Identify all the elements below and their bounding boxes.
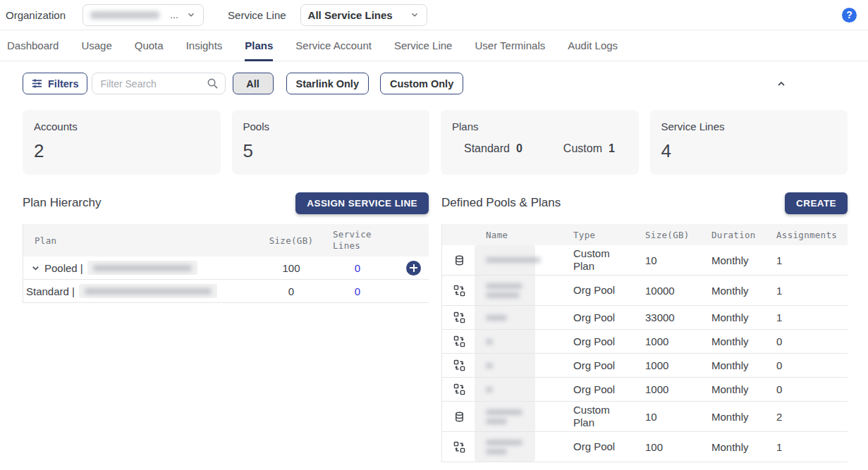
pool-assignments-value: 1 [768, 311, 848, 323]
pool-size-value: 100 [635, 441, 703, 453]
pool-type-value: Org Pool [565, 309, 635, 326]
defined-pools-table: Name Type Size(GB) Duration Assignments … [441, 224, 848, 462]
defined-pools-panel: Defined Pools & Plans CREATE Name Type S… [441, 192, 848, 462]
org-pool-icon [453, 383, 465, 395]
tab-user-terminals[interactable]: User Terminals [475, 30, 545, 61]
pool-plan-row[interactable]: Custom Plan 10 Monthly 2 [442, 402, 848, 432]
accounts-card: Accounts 2 [23, 110, 221, 175]
custom-plan-icon [453, 411, 465, 423]
column-header-plan: Plan [23, 235, 259, 246]
plans-standard-value: 0 [516, 142, 522, 155]
pool-type-value: Org Pool [565, 282, 635, 299]
pools-card-value: 5 [243, 140, 419, 162]
organization-select[interactable]: ... [82, 4, 204, 26]
search-icon [207, 78, 219, 89]
plans-custom-label: Custom [563, 142, 602, 155]
service-line-label: Service Line [228, 9, 286, 21]
defined-pools-table-header: Name Type Size(GB) Duration Assignments [442, 224, 848, 245]
pool-plan-row[interactable]: Custom Plan 10 Monthly 1 [442, 245, 848, 276]
pool-type-value: Org Pool [565, 381, 635, 398]
pool-plan-row[interactable]: Org Pool 1000 Monthly 0 [442, 378, 848, 402]
tab-insights[interactable]: Insights [186, 30, 223, 61]
plan-name-redacted [87, 261, 197, 275]
pool-type-value: Org Pool [565, 333, 635, 350]
service-lines-count-link[interactable]: 0 [355, 262, 360, 274]
tab-quota[interactable]: Quota [135, 30, 164, 61]
service-lines-card-value: 4 [661, 140, 837, 162]
org-pool-icon [453, 441, 465, 453]
organization-label: Organization [6, 9, 66, 21]
org-pool-icon [453, 359, 465, 371]
pool-size-value: 1000 [635, 359, 703, 371]
pool-size-value: 10 [635, 254, 703, 266]
column-header-assignments: Assignments [768, 230, 848, 240]
toggle-starlink-only-button[interactable]: Starlink Only [286, 73, 369, 94]
tab-dashboard[interactable]: Dashboard [7, 30, 59, 61]
org-pool-icon [453, 285, 465, 297]
plan-name-prefix: Pooled | [44, 262, 83, 274]
tab-plans[interactable]: Plans [245, 30, 273, 61]
service-lines-count-link[interactable]: 0 [355, 285, 360, 297]
tab-audit-logs[interactable]: Audit Logs [568, 30, 618, 61]
pool-size-value: 1000 [635, 335, 703, 347]
pool-name-redacted [476, 363, 565, 369]
plan-size-value: 100 [259, 262, 323, 274]
toggle-custom-only-button[interactable]: Custom Only [380, 73, 463, 94]
pool-name-redacted [476, 283, 565, 298]
add-plan-button[interactable] [406, 261, 421, 276]
plan-row-standard[interactable]: Standard | 0 0 [23, 280, 429, 303]
column-header-service-lines: Service Lines [323, 229, 375, 251]
pool-assignments-value: 0 [768, 335, 848, 347]
pool-duration-value: Monthly [703, 254, 768, 266]
pool-duration-value: Monthly [703, 359, 768, 371]
pool-plan-row[interactable]: Org Pool 10000 Monthly 1 [442, 276, 848, 306]
column-header-duration: Duration [703, 230, 768, 240]
collapse-section-button[interactable] [776, 78, 787, 89]
plan-name-prefix: Standard | [26, 285, 75, 297]
pool-duration-value: Monthly [703, 285, 768, 297]
pool-plan-row[interactable]: Org Pool 33000 Monthly 1 [442, 306, 848, 330]
column-header-size: Size(GB) [635, 230, 703, 240]
filters-button-label: Filters [48, 78, 79, 89]
filter-search-input[interactable] [101, 78, 207, 89]
pool-type-value: Org Pool [565, 357, 635, 374]
pool-assignments-value: 0 [768, 359, 848, 371]
accounts-card-value: 2 [34, 140, 209, 162]
filter-search-box [92, 73, 226, 94]
plan-row-pooled[interactable]: Pooled | 100 0 [23, 256, 429, 280]
chevron-up-icon [776, 78, 787, 89]
pool-duration-value: Monthly [703, 383, 768, 395]
plan-hierarchy-panel: Plan Hierarchy ASSIGN SERVICE LINE Plan … [23, 192, 429, 303]
expand-row-button[interactable] [26, 259, 44, 277]
tab-service-account[interactable]: Service Account [295, 30, 372, 61]
pool-size-value: 10 [635, 411, 703, 423]
pool-plan-row[interactable]: Org Pool 1000 Monthly 0 [442, 330, 848, 354]
pool-type-value: Custom Plan [565, 245, 635, 275]
create-button[interactable]: CREATE [785, 192, 848, 214]
column-header-name: Name [476, 230, 565, 240]
org-pool-icon [453, 335, 465, 347]
pool-name-redacted [476, 387, 565, 392]
org-pool-icon [453, 311, 465, 323]
pool-size-value: 10000 [635, 285, 703, 297]
filter-row: Filters All Starlink Only Custom Only [23, 73, 848, 94]
plan-hierarchy-table: Plan Size(GB) Service Lines Pooled | 100… [23, 224, 429, 303]
filters-button[interactable]: Filters [23, 73, 87, 94]
organization-ellipsis: ... [170, 9, 178, 20]
pool-assignments-value: 0 [768, 383, 848, 395]
pool-plan-row[interactable]: Org Pool 1000 Monthly 0 [442, 354, 848, 378]
pool-plan-row[interactable]: Org Pool 100 Monthly 1 [442, 432, 848, 462]
help-button[interactable]: ? [842, 8, 857, 23]
plans-standard-label: Standard [464, 142, 510, 155]
column-header-type: Type [565, 230, 635, 240]
assign-service-line-button[interactable]: ASSIGN SERVICE LINE [295, 192, 429, 214]
tab-usage[interactable]: Usage [81, 30, 111, 61]
pool-type-value: Custom Plan [565, 402, 635, 431]
pool-duration-value: Monthly [703, 411, 768, 423]
top-bar: Organization ... Service Line All Servic… [0, 0, 868, 30]
tab-service-line[interactable]: Service Line [394, 30, 453, 61]
tune-icon [31, 78, 43, 89]
toggle-all-button[interactable]: All [233, 73, 274, 94]
service-line-select[interactable]: All Service Lines [300, 4, 427, 26]
pools-card: Pools 5 [232, 110, 430, 175]
